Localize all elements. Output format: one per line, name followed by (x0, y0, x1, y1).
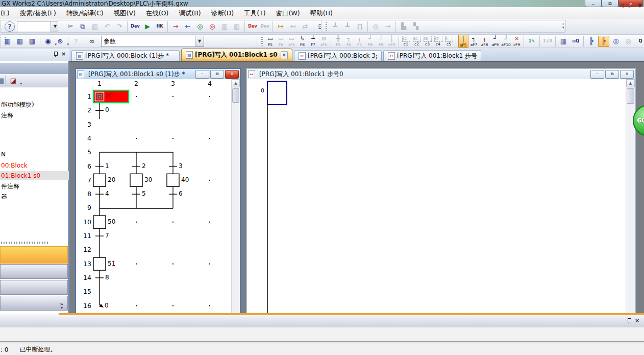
sidebar-item-block-001[interactable]: 01:Block1 s0 (0, 171, 69, 180)
toolbar-grip[interactable] (326, 22, 327, 30)
step-number-edit-icon[interactable]: 1✎ (526, 36, 537, 47)
help-icon[interactable]: ? (5, 21, 15, 32)
output-panel-header[interactable]: × (0, 315, 644, 327)
sfc-block-list-icon[interactable]: ╠ (586, 36, 597, 47)
sidebar-item-global-comment[interactable]: 注释 (0, 110, 69, 121)
read-from-plc-icon[interactable]: ← (182, 21, 193, 32)
sfc-vertical-scrollbar[interactable]: ▲ (231, 79, 240, 313)
tab-scroll-right-icon[interactable]: ▷ (629, 3, 633, 8)
menu-item-diagnostics[interactable]: 诊断(D) (206, 8, 239, 19)
sfc-symbol-sF6[interactable]: ▭sF6 (287, 35, 297, 48)
sidebar-item-block-000[interactable]: 00:Block (0, 161, 69, 170)
ladder-editor-content[interactable]: 0 ▲ (247, 79, 635, 313)
sfc-window-titlebar[interactable]: ▤ [PRG]写入 001:Block1 s0 (1)步 * – ⧉ × (76, 69, 240, 79)
nav-button-user-library[interactable] (0, 264, 68, 279)
sfc-gray-icon-3[interactable]: ∏ (354, 21, 365, 32)
sidebar-item-intelligent-function-module[interactable]: 能功能模块) (0, 100, 69, 110)
sidebar-view-icon[interactable]: ◪▾ (8, 75, 19, 86)
sfc-comment-c2[interactable]: SCc2 (412, 35, 422, 48)
redo-icon[interactable]: ↷ (114, 21, 125, 32)
child2-restore-button[interactable]: ⧉ (605, 70, 619, 79)
tab-1[interactable]: ▤[PRG]写入 000:Block (1)步 * (71, 50, 180, 61)
sfc-gray-search-icon[interactable]: ◎ (370, 21, 381, 32)
sfc-draw-F6[interactable]: ┐F6 (344, 35, 354, 48)
nav-button-connection[interactable] (0, 280, 68, 295)
statement-back-icon[interactable]: ↤ (287, 21, 299, 32)
cut-icon[interactable]: ✂ (65, 21, 76, 32)
device-combo[interactable]: 参数▼ (101, 36, 204, 47)
device-grid-icon-2[interactable]: ▦ (14, 36, 26, 47)
scrollbar-thumb[interactable] (232, 88, 239, 103)
sidebar-item-device-comment[interactable]: 件注释 (0, 181, 69, 192)
menu-item-online[interactable]: 在线(O) (141, 8, 174, 19)
sidebar-item-device-memory[interactable]: 器 (0, 192, 69, 202)
device-grid-icon-3[interactable]: ▦ (27, 36, 38, 47)
sfc-gray-icon-1[interactable]: ┻ (330, 21, 341, 32)
child2-minimize-button[interactable]: – (590, 70, 604, 79)
sfc-symbol-sF5[interactable]: ⊠sF5 (319, 35, 329, 48)
toolbar-overflow-icon[interactable]: »▾ (562, 22, 564, 30)
scroll-up-icon[interactable]: ▲ (232, 79, 240, 87)
sfc-symbol-F8[interactable]: ↳F8 (298, 35, 308, 48)
sidebar-cut-icon[interactable]: ▤ (0, 75, 3, 86)
verify-monitor-red-icon[interactable]: ◎ (207, 21, 218, 32)
menu-item-view[interactable]: 视图(V) (109, 8, 141, 19)
sfc-gray-chart-icon-2[interactable]: ▚ (410, 21, 422, 32)
toolbar-grip[interactable] (261, 37, 263, 46)
find-binoculars-icon[interactable]: ∞ (86, 36, 97, 47)
device-magnify-icon[interactable]: ⊗▾ (55, 36, 66, 47)
zoom-q-icon[interactable]: Q (635, 36, 644, 47)
panel-pin-icon[interactable] (53, 52, 58, 59)
sfc-comment-c5[interactable]: Rc5 (444, 35, 454, 48)
scrollbar-thumb[interactable] (627, 88, 634, 104)
tab-close-icon[interactable]: × (281, 51, 288, 59)
sfc-symbol-F6[interactable]: ▭F6 (276, 35, 286, 48)
device-list-icon[interactable]: ▦ (558, 36, 569, 47)
scroll-up-icon[interactable]: ▲ (626, 79, 635, 87)
device-monitor-red-icon[interactable]: Dev (247, 21, 258, 32)
write-to-plc-icon[interactable]: → (170, 21, 181, 32)
device-eye-icon[interactable]: ◉▾ (42, 36, 54, 47)
sfc-symbol-F5[interactable]: ▭F5 (265, 35, 276, 48)
device-hk-icon[interactable]: HK (154, 21, 165, 32)
sfc-comment-c3[interactable]: SEc3 (423, 35, 433, 48)
device-test-icon[interactable]: ▶ (142, 21, 153, 32)
device-grid-icon-1[interactable]: ▦ (2, 36, 13, 47)
sfc-line-cF9[interactable]: ×cF9 (512, 35, 522, 48)
nav-button-more[interactable]: » ▾ (0, 296, 68, 311)
menu-item-tools[interactable]: 工具(T) (239, 8, 270, 19)
child1-restore-button[interactable]: ⧉ (210, 70, 224, 79)
nav-splitter-handle[interactable] (1, 242, 49, 244)
panel-close-icon[interactable]: × (61, 51, 66, 57)
sfc-line-aF5[interactable]: │aF5 (458, 35, 468, 48)
sfc-gray-icon-2[interactable]: ┻ (342, 21, 353, 32)
menu-item-window[interactable]: 窗口(W) (271, 8, 305, 19)
nav-button-project[interactable] (0, 246, 68, 264)
sfc-symbol-F7[interactable]: ┴F7 (308, 35, 318, 48)
tab-list-icon[interactable]: ▼ (638, 3, 642, 8)
monitor-pair-icon-2[interactable]: ▥ (231, 21, 242, 32)
window-minimize-button[interactable]: – (585, 0, 602, 7)
statement-jump-icon[interactable]: ↦ (275, 21, 286, 32)
verify-monitor-green-icon[interactable]: ◎ (194, 21, 206, 32)
device-monitor-gray-icon[interactable]: Dev (259, 21, 270, 32)
copy-icon[interactable]: ⧉ (77, 21, 88, 32)
sfc-draw-F7[interactable]: ╕F7 (355, 35, 365, 48)
menu-item-convert-compile[interactable]: 转换/编译(C) (61, 8, 109, 19)
child2-close-button[interactable]: × (620, 70, 634, 79)
sfc-gray-jump-icon[interactable]: → (382, 21, 393, 32)
sfc-draw-F9[interactable]: ╛F9 (376, 35, 386, 48)
sfc-line-aF9[interactable]: ┘aF9 (490, 35, 501, 48)
child1-close-button[interactable]: × (225, 70, 239, 79)
device-find-icon[interactable]: ⊞Q (570, 36, 581, 47)
tab-scroll-left-icon[interactable]: ◁ (620, 3, 624, 8)
tab-2[interactable]: ▤[PRG]写入 001:Block1 s0 (...× (181, 49, 292, 61)
undo-icon[interactable]: ↶ (102, 21, 113, 32)
ladder-edit-cursor[interactable] (267, 81, 287, 105)
tab-4[interactable]: ↔[PRG]写入 001:Block1 步号0 (383, 50, 481, 61)
sort-step-number-icon[interactable]: 1↓9 (542, 36, 553, 47)
menu-item-debug[interactable]: 调试(B) (174, 8, 206, 19)
sfc-zoom-display-icon[interactable]: ╠ (598, 36, 609, 47)
combo-dropdown-icon[interactable]: ▼ (195, 36, 204, 46)
help-gray-icon[interactable]: ? (70, 36, 82, 47)
